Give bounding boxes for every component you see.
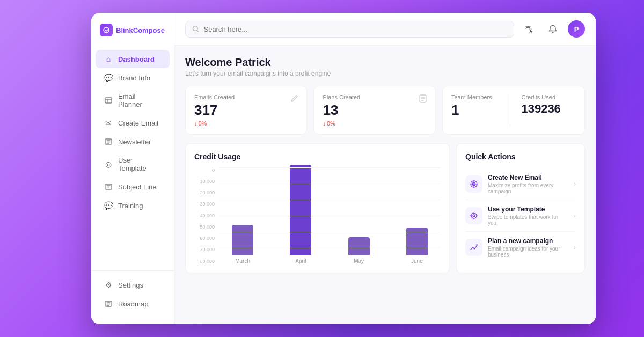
sidebar-item-label: Dashboard xyxy=(118,55,155,63)
plans-icon xyxy=(418,94,428,106)
chevron-right-icon: › xyxy=(574,244,576,251)
emails-created-change: ↓ 0% xyxy=(194,120,298,127)
action-use-template[interactable]: Use your Template Swipe templates that w… xyxy=(465,200,576,232)
bar-june-label: June xyxy=(411,258,423,264)
notification-button[interactable] xyxy=(544,20,561,38)
sidebar-item-brand-info[interactable]: 💬 Brand Info xyxy=(96,69,170,87)
sidebar-item-label: Subject Line xyxy=(118,183,157,191)
bar-june: June xyxy=(393,228,441,264)
bar-may-bar[interactable] xyxy=(348,237,370,255)
svg-rect-1 xyxy=(105,98,112,103)
edit-icon xyxy=(289,94,299,106)
credit-usage-chart-card: Credit Usage 80,000 70,000 60,000 50,000… xyxy=(185,143,450,273)
credits-used-label: Credits Used xyxy=(521,94,569,100)
training-icon: 💬 xyxy=(104,201,113,210)
bar-april: April xyxy=(277,165,324,264)
y-axis: 80,000 70,000 60,000 50,000 40,000 30,00… xyxy=(194,167,215,264)
action-create-email[interactable]: Create New Email Maximize profits from e… xyxy=(465,169,576,200)
bars-container: March April May xyxy=(219,167,441,264)
bottom-row: Credit Usage 80,000 70,000 60,000 50,000… xyxy=(185,143,585,273)
sidebar-bottom: ⚙ Settings Roadmap xyxy=(91,270,174,313)
translate-button[interactable] xyxy=(521,20,538,38)
email-planner-icon xyxy=(104,96,113,105)
sidebar-item-label: Email Planner xyxy=(118,92,161,108)
sidebar-item-newsletter[interactable]: Newsletter xyxy=(96,133,170,151)
header-icons: P xyxy=(521,20,585,38)
credits-used-section: Credits Used 139236 xyxy=(515,94,576,127)
stats-row: Emails Created 317 ↓ 0% Plans Created xyxy=(185,86,585,135)
sidebar-item-label: Settings xyxy=(118,281,143,289)
subject-line-icon xyxy=(104,182,113,191)
bar-may-label: May xyxy=(354,258,364,264)
sidebar-item-label: User Template xyxy=(118,156,161,172)
sidebar-item-user-template[interactable]: ◎ User Template xyxy=(96,151,170,177)
newsletter-icon xyxy=(104,137,113,146)
down-arrow-icon: ↓ xyxy=(194,120,197,127)
svg-point-0 xyxy=(104,27,109,33)
bar-april-bar[interactable] xyxy=(290,165,311,255)
bar-march-bar[interactable] xyxy=(232,225,253,255)
avatar[interactable]: P xyxy=(568,20,585,38)
sidebar-item-create-email[interactable]: ✉ Create Email xyxy=(96,114,170,132)
y-label-0: 80,000 xyxy=(194,259,215,264)
sidebar: BlinkCompose ⌂ Dashboard 💬 Brand Info Em… xyxy=(91,13,174,324)
plans-created-value: 13 xyxy=(323,102,426,118)
team-credits-card: Team Members 1 Credits Used 139236 xyxy=(442,86,585,135)
use-template-action-icon xyxy=(465,207,482,224)
create-email-icon: ✉ xyxy=(104,119,113,127)
user-template-icon: ◎ xyxy=(104,160,113,169)
brand-info-icon: 💬 xyxy=(104,74,113,82)
create-email-action-text: Create New Email Maximize profits from e… xyxy=(488,174,568,194)
y-label-3: 50,000 xyxy=(194,224,215,230)
main-content: P Welcome Patrick Let's turn your email … xyxy=(174,13,596,324)
emails-created-label: Emails Created xyxy=(194,94,298,100)
sidebar-item-training[interactable]: 💬 Training xyxy=(96,196,170,215)
bar-april-label: April xyxy=(295,258,306,264)
logo-text: BlinkCompose xyxy=(116,26,165,34)
bar-may: May xyxy=(335,237,383,264)
y-label-6: 20,000 xyxy=(194,190,215,195)
y-label-1: 70,000 xyxy=(194,247,215,252)
use-template-action-desc: Swipe templates that work for you xyxy=(488,214,568,226)
bar-june-bar[interactable] xyxy=(406,228,428,255)
bar-march: March xyxy=(219,225,266,264)
header: P xyxy=(174,13,596,46)
settings-icon: ⚙ xyxy=(104,281,113,289)
create-email-action-title: Create New Email xyxy=(488,174,568,181)
sidebar-item-dashboard[interactable]: ⌂ Dashboard xyxy=(96,50,170,68)
svg-point-7 xyxy=(471,213,477,218)
plans-created-label: Plans Created xyxy=(323,94,426,100)
page-title: Welcome Patrick xyxy=(185,56,585,69)
use-template-action-text: Use your Template Swipe templates that w… xyxy=(488,206,568,226)
plan-campaign-action-title: Plan a new campaign xyxy=(488,237,568,245)
action-plan-campaign[interactable]: Plan a new campaign Email campaign ideas… xyxy=(465,232,576,263)
team-members-label: Team Members xyxy=(451,94,500,100)
sidebar-item-roadmap[interactable]: Roadmap xyxy=(96,295,170,313)
sidebar-item-subject-line[interactable]: Subject Line xyxy=(96,178,170,196)
svg-point-9 xyxy=(476,244,478,246)
y-label-8: 0 xyxy=(194,167,215,173)
y-label-2: 60,000 xyxy=(194,236,215,241)
emails-created-value: 317 xyxy=(194,102,298,118)
create-email-action-desc: Maximize profits from every campaign xyxy=(488,182,568,194)
search-bar[interactable] xyxy=(185,21,514,38)
plans-created-card: Plans Created 13 ↓ 0% xyxy=(313,86,435,135)
plan-campaign-action-icon xyxy=(465,239,482,256)
search-input[interactable] xyxy=(203,25,507,33)
sidebar-item-label: Create Email xyxy=(118,119,158,127)
team-members-section: Team Members 1 xyxy=(451,94,506,127)
logo: BlinkCompose xyxy=(91,24,174,49)
chevron-right-icon: › xyxy=(574,212,576,219)
app-container: BlinkCompose ⌂ Dashboard 💬 Brand Info Em… xyxy=(91,13,596,324)
y-label-5: 30,000 xyxy=(194,201,215,207)
sidebar-item-label: Training xyxy=(118,202,143,210)
plans-created-change: ↓ 0% xyxy=(323,120,426,127)
chevron-right-icon: › xyxy=(574,180,576,188)
create-email-action-icon xyxy=(465,175,482,193)
logo-icon xyxy=(100,24,113,36)
sidebar-item-settings[interactable]: ⚙ Settings xyxy=(96,276,170,294)
chart-area: 80,000 70,000 60,000 50,000 40,000 30,00… xyxy=(194,167,441,264)
content-area: Welcome Patrick Let's turn your email ca… xyxy=(174,46,596,324)
sidebar-nav: ⌂ Dashboard 💬 Brand Info Email Planner ✉… xyxy=(91,49,174,270)
sidebar-item-email-planner[interactable]: Email Planner xyxy=(96,87,170,113)
